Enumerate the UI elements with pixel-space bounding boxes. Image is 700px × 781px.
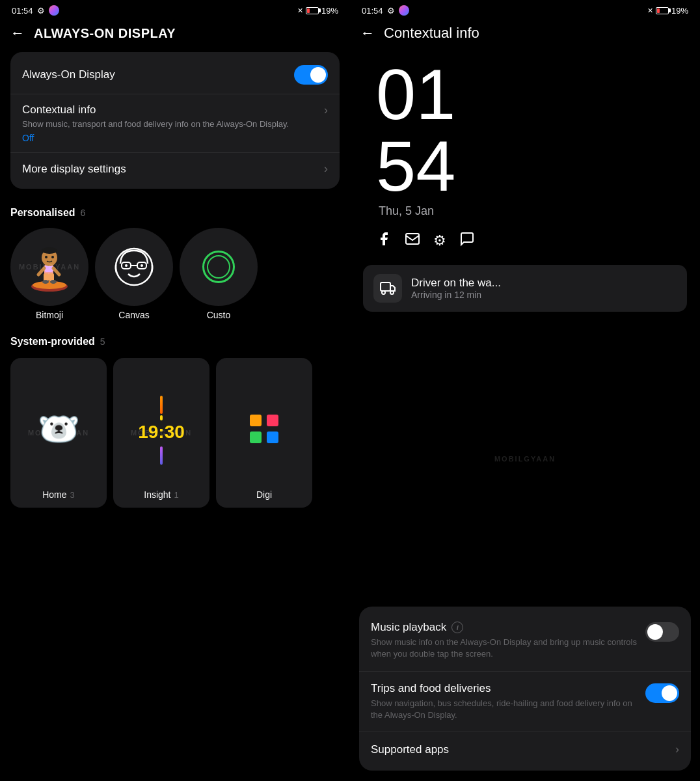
right-status-right: ✕ 19% [647,6,688,16]
left-status-right: ✕ 19% [297,6,338,16]
contextual-info-row[interactable]: Contextual info Show music, transport an… [10,94,340,152]
system-provided-section-header: System-provided 5 [0,324,350,353]
always-on-toggle-label: Always-On Display [22,68,115,81]
insight-card-content: 19:30 [138,368,185,489]
home-card-content: 🐻‍❄️ [38,368,80,489]
svg-rect-22 [250,432,262,443]
bitmoji-avatar-item[interactable]: MOBILGYAAN [10,228,88,320]
contextual-info-subtitle: Show music, transport and food delivery … [22,118,317,130]
right-back-button[interactable]: ← [360,25,375,42]
trips-toggle-switch[interactable] [645,683,679,703]
left-gear-icon: ⚙ [37,6,45,16]
right-battery-pct: 19% [671,6,688,16]
system-provided-count: 5 [100,336,105,347]
insight-bar-mid [160,415,163,420]
digi-card-label: Digi [256,489,272,500]
delivery-card: Driver on the wa... Arriving in 12 min [363,265,687,312]
home-card-count: 3 [70,490,75,500]
clock-display: 01 54 Thu, 5 Jan [350,46,700,222]
left-time: 01:54 [12,6,33,16]
contextual-info-text: Contextual info Show music, transport an… [22,103,317,143]
contextual-info-status: Off [22,133,317,143]
custom-inner-ring [207,255,230,279]
svg-point-7 [42,247,57,254]
music-playback-title: Music playback i [371,621,638,634]
trips-food-subtitle: Show navigation, bus schedules, ride-hai… [371,698,638,721]
right-time: 01:54 [362,6,383,16]
svg-point-12 [42,280,49,284]
contextual-info-chevron: › [324,103,328,117]
trips-food-toggle[interactable] [645,683,679,703]
right-app-icon [399,5,409,16]
supported-apps-row[interactable]: Supported apps › [359,732,691,767]
right-panel: 01:54 ⚙ ✕ 19% ← Contextual info 01 54 Th… [350,0,700,781]
clock-date: Thu, 5 Jan [376,204,434,218]
watermark-right: MOBILGYAAN [494,455,556,463]
left-back-button[interactable]: ← [10,25,25,42]
svg-rect-24 [406,234,419,244]
svg-point-13 [50,280,57,284]
chat-icon [459,231,475,251]
svg-rect-3 [45,266,53,272]
personalised-scroll-row: MOBILGYAAN [0,224,350,324]
right-watermark-area: MOBILGYAAN [350,317,700,600]
home-card-label-row: Home 3 [42,489,75,500]
trips-food-title: Trips and food deliveries [371,682,638,695]
personalised-count: 6 [81,208,86,218]
svg-rect-23 [267,432,278,443]
trips-toggle-knob [662,685,677,701]
right-page-title: Contextual info [384,25,479,42]
music-playback-row[interactable]: Music playback i Show music info on the … [359,610,691,670]
music-playback-toggle[interactable] [645,622,679,642]
home-card[interactable]: MOBILGYAAN 🐻‍❄️ Home 3 [10,358,107,508]
music-playback-text: Music playback i Show music info on the … [371,621,645,660]
more-display-settings-label: More display settings [22,163,126,176]
personalised-section-header: Personalised 6 [0,195,350,224]
contextual-info-title: Contextual info [22,103,317,116]
supported-apps-chevron: › [675,743,679,756]
svg-line-11 [53,268,59,275]
more-display-settings-row[interactable]: More display settings › [10,152,340,185]
insight-card-label: Insight [144,489,170,500]
trips-food-row[interactable]: Trips and food deliveries Show navigatio… [359,671,691,732]
digi-card[interactable]: Digi [216,358,312,508]
right-status-left: 01:54 ⚙ [362,5,409,16]
right-battery-icon [656,7,669,14]
digi-card-content [245,368,284,489]
always-on-settings-card: Always-On Display Contextual info Show m… [10,52,340,189]
right-status-bar: 01:54 ⚙ ✕ 19% [350,0,700,18]
home-card-label: Home [42,489,66,500]
toggle-knob [310,67,326,83]
svg-point-26 [382,291,385,294]
insight-card-count: 1 [174,490,179,500]
delivery-car-icon [373,274,402,303]
digi-card-label-row: Digi [256,489,272,500]
bitmoji-label: Bitmoji [36,310,63,320]
svg-point-8 [45,256,47,258]
supported-apps-title: Supported apps [371,743,449,756]
delivery-title: Driver on the wa... [411,277,501,290]
custom-label: Custo [207,310,231,320]
custom-partial-icon [202,251,235,283]
canvas-avatar-item[interactable]: Canvas [95,228,173,320]
insight-card-label-row: Insight 1 [144,489,178,500]
music-toggle-switch[interactable] [645,622,679,642]
polar-bear-icon: 🐻‍❄️ [38,409,80,449]
clock-minute: 54 [376,130,455,202]
system-provided-title: System-provided [10,336,95,348]
left-battery-x-icon: ✕ [297,7,303,15]
music-playback-subtitle: Show music info on the Always-On Display… [371,637,638,660]
settings-notif-icon: ⚙ [433,232,446,249]
always-on-toggle-row[interactable]: Always-On Display [10,56,340,94]
system-cards-row: MOBILGYAAN 🐻‍❄️ Home 3 MOBILGYAAN 19:30 [0,353,350,513]
canvas-figure [111,244,157,290]
music-info-icon[interactable]: i [451,622,463,633]
always-on-toggle[interactable] [294,65,328,85]
digi-icon [245,409,284,448]
custom-avatar-item[interactable]: Custo [180,228,258,320]
insight-clock: 19:30 [138,393,185,465]
right-gear-icon: ⚙ [387,6,395,16]
svg-rect-25 [381,282,390,291]
svg-point-1 [33,281,66,289]
insight-card[interactable]: MOBILGYAAN 19:30 Insight 1 [113,358,209,508]
